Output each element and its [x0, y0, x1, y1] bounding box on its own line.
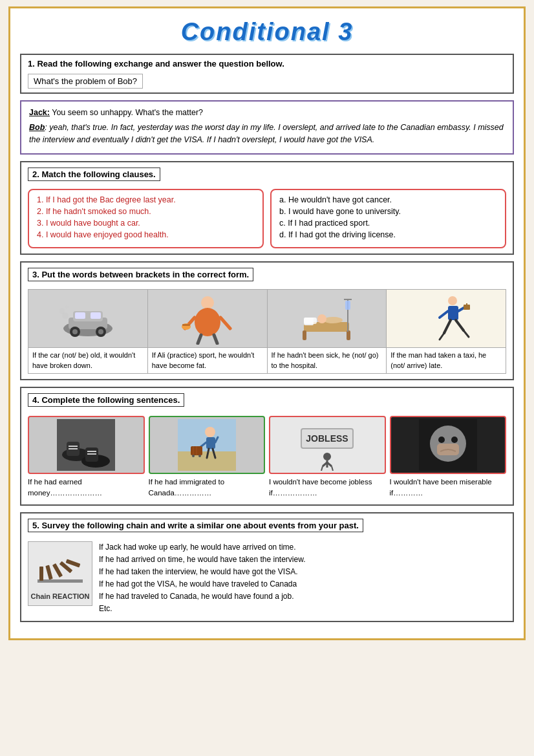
svg-text:JOBLESS: JOBLESS [306, 433, 348, 444]
svg-line-36 [444, 320, 451, 333]
match-container: 1. If I had got the Bac degree last year… [28, 189, 506, 248]
section3-cell-3: If he hadn't been sick, he (not/ go) to … [268, 290, 387, 373]
section4-text-1: If he had earned money………………… [28, 477, 145, 499]
chain-image: Chain REACTION [28, 541, 92, 606]
section3-img-3 [268, 290, 387, 348]
section4-cells: If he had earned money………………… [28, 416, 506, 499]
svg-point-60 [192, 455, 195, 457]
svg-line-32 [440, 311, 448, 318]
bob-speaker: Bob [29, 123, 45, 132]
match-left-2: 2. If he hadn't smoked so much. [37, 207, 255, 216]
svg-point-12 [201, 296, 214, 309]
svg-point-73 [451, 437, 458, 443]
match-right-c: c. If I had practiced sport. [279, 219, 497, 228]
chain-line-6: Etc. [99, 603, 306, 615]
section3-caption-1: If the car (not/ be) old, it wouldn't ha… [28, 348, 147, 373]
bob-line: Bob: yeah, that's true. In fact, yesterd… [29, 122, 505, 146]
section4-img-3: JOBLESS [269, 416, 386, 474]
section4-img-4 [390, 416, 507, 474]
svg-point-8 [98, 329, 103, 334]
svg-rect-74 [437, 444, 459, 455]
chain-label: Chain REACTION [30, 592, 89, 600]
section3-images-row: If the car (not/ be) old, it wouldn't ha… [28, 289, 506, 374]
svg-rect-77 [45, 565, 52, 579]
jack-line: Jack: You seem so unhappy. What's the ma… [29, 107, 505, 119]
section3-caption-3: If he hadn't been sick, he (not/ go) to … [268, 348, 387, 373]
svg-rect-76 [39, 567, 43, 581]
svg-rect-34 [464, 305, 470, 310]
svg-rect-52 [206, 437, 215, 449]
svg-rect-21 [303, 330, 306, 340]
svg-rect-4 [91, 312, 101, 319]
svg-rect-26 [304, 318, 317, 324]
chain-container: Chain REACTION If Jack had woke up early… [28, 541, 506, 616]
section1-question: What's the problem of Bob? [28, 74, 143, 89]
section3-caption-4: If the man had taken a taxi, he (not/ ar… [387, 348, 506, 373]
svg-point-64 [323, 453, 331, 460]
svg-rect-19 [182, 324, 190, 326]
jack-text: You seem so unhappy. What's the matter? [50, 108, 203, 117]
svg-rect-75 [37, 579, 83, 583]
svg-point-72 [438, 437, 445, 443]
svg-rect-22 [347, 330, 350, 340]
dialog-box: Jack: You seem so unhappy. What's the ma… [20, 100, 514, 155]
match-left-1: 1. If I had got the Bac degree last year… [37, 195, 255, 204]
jack-speaker: Jack: [29, 108, 50, 117]
section2-label: 2. Match the following clauses. [28, 167, 160, 181]
svg-line-17 [214, 335, 217, 343]
section3-caption-2: If Ali (practice) sport, he wouldn't hav… [148, 348, 267, 373]
svg-point-6 [72, 329, 78, 334]
page-title: Conditional 3 [20, 18, 514, 46]
section5-box: 5. Survey the following chain and write … [20, 512, 514, 622]
svg-rect-44 [85, 448, 98, 462]
section3-cell-4: If the man had taken a taxi, he (not/ ar… [387, 290, 506, 373]
svg-point-30 [448, 296, 457, 305]
chain-line-4: If he had got the VISA, he would have tr… [99, 578, 306, 590]
svg-point-51 [205, 427, 215, 437]
section4-cell-3: JOBLESS I wouldn't have become jobless i… [269, 416, 386, 499]
section4-cell-2: If he had immigrated to Canada…………… [149, 416, 266, 499]
svg-line-38 [440, 333, 444, 340]
section4-text-4: I wouldn't have been miserable if………… [390, 477, 507, 499]
section3-cell-2: If Ali (practice) sport, he wouldn't hav… [148, 290, 268, 373]
svg-line-39 [464, 330, 469, 337]
svg-line-37 [456, 320, 464, 330]
section3-label: 3. Put the words between brackets in the… [28, 268, 253, 281]
svg-point-10 [59, 308, 65, 314]
match-left-4: 4. I would have enjoyed good health. [37, 230, 255, 239]
section4-label: 4. Complete the following sentences. [28, 393, 184, 407]
section4-cell-4: I wouldn't have been miserable if………… [390, 416, 507, 499]
chain-line-5: If he had traveled to Canada, he would h… [99, 590, 306, 603]
svg-rect-80 [66, 559, 81, 567]
chain-text: If Jack had woke up early, he would have… [99, 541, 306, 616]
svg-point-13 [195, 308, 220, 336]
svg-point-11 [65, 305, 69, 309]
svg-point-61 [198, 455, 201, 457]
chain-line-1: If Jack had woke up early, he would have… [99, 541, 306, 554]
svg-line-69 [332, 466, 333, 471]
match-right-d: d. If I had got the driving license. [279, 230, 497, 239]
section4-text-3: I wouldn't have become jobless if……………… [269, 477, 386, 499]
svg-line-16 [198, 335, 201, 343]
section1-box: 1. Read the following exchange and answe… [20, 54, 514, 94]
section3-img-4 [387, 290, 506, 348]
section5-label: 5. Survey the following chain and write … [28, 519, 363, 532]
section4-cell-1: If he had earned money………………… [28, 416, 145, 499]
chain-line-2: If he had arrived on time, he would have… [99, 554, 306, 566]
svg-line-15 [220, 318, 230, 329]
svg-point-25 [317, 314, 326, 323]
chain-line-3: If he had taken the interview, he would … [99, 566, 306, 578]
section3-cell-1: If the car (not/ be) old, it wouldn't ha… [28, 290, 148, 373]
section1-label: 1. Read the following exchange and answe… [28, 59, 506, 69]
match-right-a: a. He wouldn't have got cancer. [279, 195, 497, 204]
section4-img-2 [149, 416, 266, 474]
section3-img-1 [28, 290, 147, 348]
svg-rect-3 [75, 312, 85, 319]
section3-img-2 [148, 290, 267, 348]
bob-text: : yeah, that's true. In fact, yesterday … [29, 123, 504, 144]
page: Conditional 3 1. Read the following exch… [8, 6, 526, 640]
section4-box: 4. Complete the following sentences. [20, 387, 514, 506]
match-left-3: 3. I would have bought a car. [37, 219, 255, 228]
section4-img-1 [28, 416, 145, 474]
match-right: a. He wouldn't have got cancer. b. I wou… [270, 189, 506, 248]
